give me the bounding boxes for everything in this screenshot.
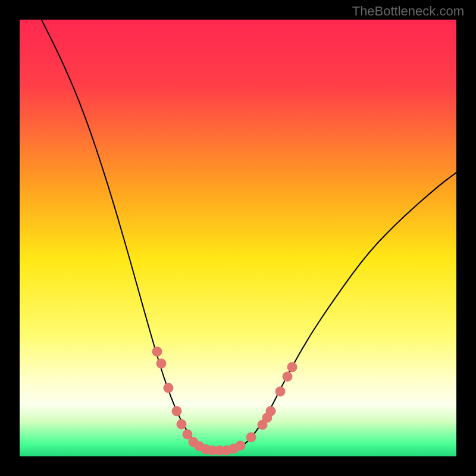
highlight-point (282, 371, 292, 381)
highlight-point (287, 362, 298, 372)
highlight-point (171, 406, 181, 416)
highlight-point (164, 383, 174, 393)
watermark: TheBottleneck.com (352, 4, 464, 19)
highlight-point (246, 433, 256, 443)
bottleneck-curve (20, 20, 456, 456)
highlight-point (177, 419, 187, 430)
chart-plot-area (20, 20, 456, 456)
highlight-point (156, 358, 166, 368)
highlight-point (275, 387, 286, 397)
highlight-point (266, 406, 276, 416)
highlight-point (236, 440, 246, 450)
highlight-point (152, 346, 162, 356)
